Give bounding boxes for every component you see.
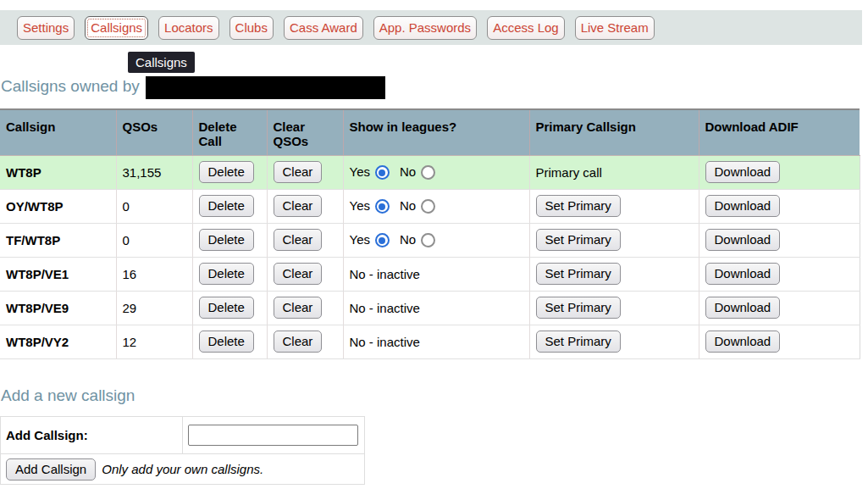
table-row: OY/WT8P 0 Delete Clear YesNo Set Primary… bbox=[0, 189, 860, 223]
primary-call-text: Primary call bbox=[529, 155, 699, 189]
callsign-cell: WT8P/VY2 bbox=[0, 325, 116, 358]
col-header-callsign: Callsign bbox=[0, 109, 116, 155]
radio-yes[interactable] bbox=[375, 165, 390, 180]
download-button[interactable]: Download bbox=[705, 331, 781, 353]
radio-no[interactable] bbox=[421, 233, 435, 247]
add-callsign-row: Add Callsign: bbox=[1, 417, 365, 454]
qsos-cell: 0 bbox=[116, 189, 192, 223]
radio-yes[interactable] bbox=[375, 233, 390, 247]
nav-button-app-passwords[interactable]: App. Passwords bbox=[373, 16, 477, 40]
clear-button[interactable]: Clear bbox=[274, 229, 323, 251]
delete-button[interactable]: Delete bbox=[199, 331, 254, 353]
table-row: WT8P 31,155 Delete Clear YesNo Primary c… bbox=[0, 155, 860, 189]
add-callsign-button[interactable]: Add Callsign bbox=[6, 458, 96, 481]
clear-button[interactable]: Clear bbox=[274, 195, 323, 217]
callsign-cell: OY/WT8P bbox=[0, 189, 116, 223]
qsos-cell: 16 bbox=[116, 257, 192, 291]
col-header-primary-callsign: Primary Callsign bbox=[529, 109, 699, 155]
delete-button[interactable]: Delete bbox=[199, 229, 254, 251]
callsigns-table: Callsign QSOs Delete Call Clear QSOs Sho… bbox=[0, 108, 860, 359]
set-primary-button[interactable]: Set Primary bbox=[536, 297, 621, 319]
add-callsign-form: Add Callsign: Add CallsignOnly add your … bbox=[0, 416, 365, 485]
download-button[interactable]: Download bbox=[705, 195, 781, 217]
add-callsign-label: Add Callsign: bbox=[1, 417, 183, 454]
radio-no-label: No bbox=[400, 232, 416, 247]
qsos-cell: 12 bbox=[116, 325, 192, 358]
table-row: WT8P/VY2 12 Delete Clear No - inactive S… bbox=[0, 325, 860, 358]
add-callsign-heading: Add a new callsign bbox=[1, 386, 135, 405]
table-row: TF/WT8P 0 Delete Clear YesNo Set Primary… bbox=[0, 223, 860, 257]
set-primary-button[interactable]: Set Primary bbox=[536, 263, 621, 285]
nav-button-access-log[interactable]: Access Log bbox=[487, 16, 565, 40]
qsos-cell: 31,155 bbox=[116, 155, 192, 189]
leagues-inactive-text: No - inactive bbox=[343, 257, 529, 291]
callsign-cell: TF/WT8P bbox=[0, 223, 116, 257]
add-callsign-note: Only add your own callsigns. bbox=[102, 462, 263, 476]
tooltip-callsigns: Callsigns bbox=[128, 52, 195, 73]
set-primary-button[interactable]: Set Primary bbox=[536, 229, 621, 251]
show-in-leagues-cell: YesNo bbox=[343, 189, 529, 223]
qsos-cell: 0 bbox=[116, 223, 192, 257]
download-button[interactable]: Download bbox=[705, 263, 781, 285]
radio-yes-label: Yes bbox=[350, 198, 370, 213]
leagues-inactive-text: No - inactive bbox=[343, 325, 529, 358]
nav-button-live-stream[interactable]: Live Stream bbox=[575, 16, 655, 40]
callsign-cell: WT8P/VE9 bbox=[0, 291, 116, 325]
download-button[interactable]: Download bbox=[705, 297, 781, 319]
redacted-owner-name bbox=[146, 76, 385, 99]
set-primary-button[interactable]: Set Primary bbox=[536, 195, 621, 217]
top-navigation-bar: Settings Callsigns Locators Clubs Cass A… bbox=[0, 10, 862, 45]
table-header-row: Callsign QSOs Delete Call Clear QSOs Sho… bbox=[0, 109, 860, 155]
radio-no[interactable] bbox=[421, 199, 435, 214]
delete-button[interactable]: Delete bbox=[199, 161, 254, 183]
show-in-leagues-cell: YesNo bbox=[343, 155, 529, 189]
download-button[interactable]: Download bbox=[705, 229, 781, 251]
radio-no-label: No bbox=[400, 198, 416, 213]
clear-button[interactable]: Clear bbox=[274, 263, 323, 285]
qsos-cell: 29 bbox=[116, 291, 192, 325]
nav-button-clubs[interactable]: Clubs bbox=[229, 16, 274, 40]
show-in-leagues-cell: YesNo bbox=[343, 223, 529, 257]
download-button[interactable]: Download bbox=[705, 161, 781, 183]
radio-yes-label: Yes bbox=[350, 164, 370, 179]
nav-button-cass-award[interactable]: Cass Award bbox=[284, 16, 363, 40]
radio-no[interactable] bbox=[421, 165, 435, 180]
col-header-show-in-leagues: Show in leagues? bbox=[343, 109, 529, 155]
delete-button[interactable]: Delete bbox=[199, 195, 254, 217]
nav-button-settings[interactable]: Settings bbox=[17, 16, 75, 40]
nav-button-callsigns[interactable]: Callsigns bbox=[85, 16, 148, 40]
leagues-inactive-text: No - inactive bbox=[343, 291, 529, 325]
add-callsign-action-row: Add CallsignOnly add your own callsigns. bbox=[1, 454, 365, 485]
radio-yes[interactable] bbox=[375, 199, 390, 214]
col-header-delete-call: Delete Call bbox=[192, 109, 267, 155]
callsign-cell: WT8P/VE1 bbox=[0, 257, 116, 291]
clear-button[interactable]: Clear bbox=[274, 161, 323, 183]
clear-button[interactable]: Clear bbox=[274, 297, 323, 319]
callsign-cell: WT8P bbox=[0, 155, 116, 189]
add-callsign-input[interactable] bbox=[188, 425, 358, 446]
nav-button-locators[interactable]: Locators bbox=[158, 16, 219, 40]
table-row: WT8P/VE9 29 Delete Clear No - inactive S… bbox=[0, 291, 860, 325]
col-header-download-adif: Download ADIF bbox=[699, 109, 860, 155]
page-title: Callsigns owned by bbox=[1, 77, 140, 96]
col-header-clear-qsos: Clear QSOs bbox=[267, 109, 343, 155]
delete-button[interactable]: Delete bbox=[199, 263, 254, 285]
radio-no-label: No bbox=[400, 164, 416, 179]
table-row: WT8P/VE1 16 Delete Clear No - inactive S… bbox=[0, 257, 860, 291]
delete-button[interactable]: Delete bbox=[199, 297, 254, 319]
clear-button[interactable]: Clear bbox=[274, 331, 323, 353]
radio-yes-label: Yes bbox=[350, 232, 370, 247]
set-primary-button[interactable]: Set Primary bbox=[536, 331, 621, 353]
col-header-qsos: QSOs bbox=[116, 109, 192, 155]
